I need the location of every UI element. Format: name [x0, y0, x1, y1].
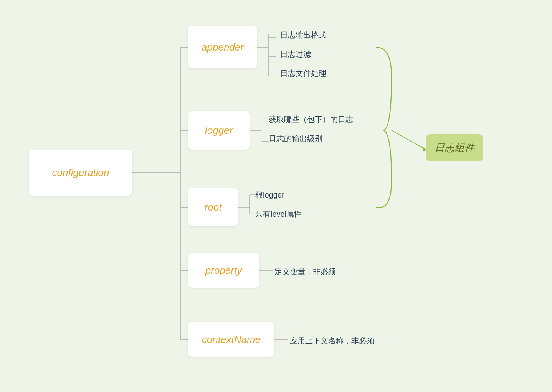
root-label: root	[205, 201, 222, 213]
logger-leaf-2: 日志的输出级别	[269, 133, 322, 144]
appender-node: appender	[188, 26, 257, 68]
appender-label: appender	[202, 41, 244, 53]
appender-leaf-3: 日志文件处理	[280, 68, 326, 79]
configuration-node: configuration	[29, 150, 132, 196]
root-leaf-2: 只有level属性	[255, 209, 302, 219]
appender-leaf-1: 日志输出格式	[280, 30, 326, 40]
configuration-label: configuration	[52, 167, 109, 179]
contextname-leaf-1: 应用上下文名称，非必须	[290, 336, 374, 346]
log-component-node: 日志组件	[426, 134, 483, 161]
svg-line-22	[392, 130, 426, 150]
diagram-container: configuration appender 日志输出格式 日志过滤 日志文件处…	[0, 0, 552, 392]
root-node: root	[188, 188, 238, 226]
property-node: property	[188, 253, 259, 288]
logger-leaf-1: 获取哪些（包下）的日志	[269, 114, 353, 125]
root-leaf-1: 根logger	[255, 190, 284, 200]
contextname-label: contextName	[202, 334, 261, 346]
logger-label: logger	[205, 125, 233, 137]
property-leaf-1: 定义变量，非必须	[274, 267, 336, 277]
contextname-node: contextName	[188, 322, 274, 357]
svg-marker-23	[421, 146, 426, 152]
property-label: property	[205, 265, 242, 277]
logger-node: logger	[188, 111, 250, 150]
appender-leaf-2: 日志过滤	[280, 49, 311, 59]
